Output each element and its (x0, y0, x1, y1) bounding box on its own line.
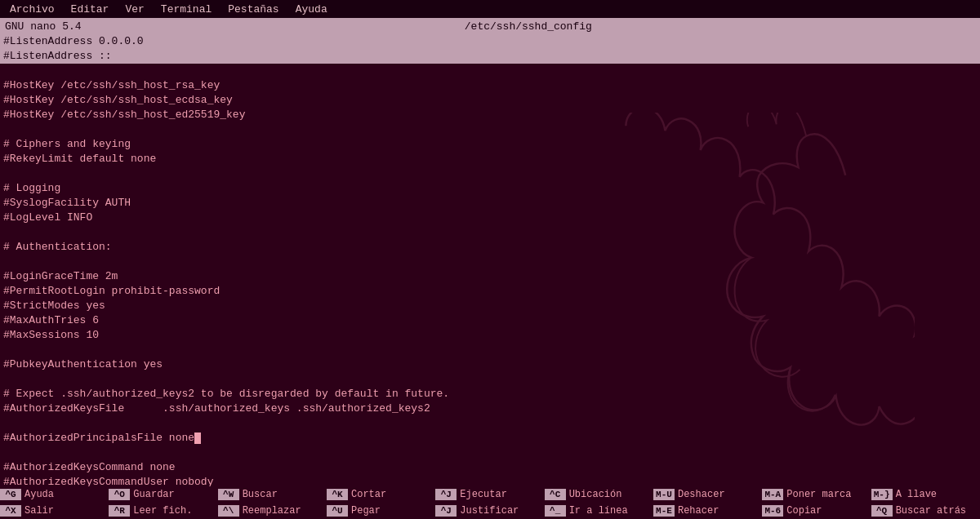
line-maxsessions: #MaxSessions 10 (3, 328, 977, 343)
shortcut-label-justificar: Justificar (457, 505, 519, 517)
line-authkeys-cmd: #AuthorizedKeysCommand none (3, 460, 977, 475)
shortcut-leer-fich[interactable]: ^R Leer fich. (109, 503, 217, 519)
shortcut-ayuda[interactable]: ^G Ayuda (0, 486, 109, 503)
shortcut-key-poner-marca: M-A (762, 489, 783, 500)
shortcut-key-leer-fich: ^R (109, 505, 130, 517)
shortcut-label-reemplazar: Reemplazar (239, 505, 301, 517)
shortcut-key-ubicacion: ^C (545, 489, 566, 500)
shortcut-label-poner-marca: Poner marca (783, 489, 851, 500)
shortcut-key-guardar: ^O (109, 489, 130, 500)
line-authkeys-cmduser: #AuthorizedKeysCommandUser nobody (3, 475, 977, 486)
line-loglevel: #LogLevel INFO (3, 211, 977, 225)
shortcut-label-buscar: Buscar (239, 489, 278, 500)
menu-editar[interactable]: Editar (65, 2, 116, 16)
shortcut-label-rehacer: Rehacer (675, 505, 719, 517)
menu-pestanas[interactable]: Pestañas (221, 2, 285, 16)
shortcut-key-copiar: M-6 (762, 505, 783, 517)
line-auth-comment: # Authentication: (3, 240, 977, 255)
shortcut-justificar[interactable]: ^J Justificar (435, 503, 544, 519)
line-logingraceime: #LoginGraceTime 2m (3, 269, 977, 284)
shortcut-key-deshacer: M-U (653, 489, 675, 500)
title-bar: GNU nano 5.4 /etc/ssh/sshd_config (0, 18, 980, 34)
line-syslog: #SyslogFacility AUTH (3, 196, 977, 211)
shortcut-key-ir-a-linea: ^_ (545, 505, 566, 517)
listen-address-2: #ListenAddress :: (3, 49, 977, 64)
shortcut-key-a-llave: M-} (871, 489, 893, 500)
shortcuts-bar: ^G Ayuda ^O Guardar ^W Buscar ^K Cortar … (0, 486, 980, 519)
line-ciphers-comment: # Ciphers and keying (3, 137, 977, 152)
shortcut-ejecutar[interactable]: ^J Ejecutar (435, 486, 544, 503)
shortcut-buscar[interactable]: ^W Buscar (218, 486, 327, 503)
line-rekeylimit: #RekeyLimit default none (3, 152, 977, 166)
line-blank-3 (3, 166, 977, 181)
shortcut-ir-a-linea[interactable]: ^_ Ir a línea (545, 503, 653, 519)
highlighted-lines: #ListenAddress 0.0.0.0 #ListenAddress :: (0, 34, 980, 64)
shortcut-deshacer[interactable]: M-U Deshacer (653, 486, 762, 503)
shortcut-label-copiar: Copiar (783, 505, 822, 517)
shortcut-rehacer[interactable]: M-E Rehacer (653, 503, 762, 519)
line-pubkeyauth: #PubkeyAuthentication yes (3, 357, 977, 372)
menu-ver[interactable]: Ver (118, 2, 150, 16)
editor-lines: #HostKey /etc/ssh/ssh_host_rsa_key #Host… (3, 64, 977, 486)
menu-terminal[interactable]: Terminal (154, 2, 218, 16)
shortcut-label-cortar: Cortar (348, 489, 386, 500)
shortcut-cortar[interactable]: ^K Cortar (327, 486, 435, 503)
shortcut-label-ejecutar: Ejecutar (457, 489, 507, 500)
line-permitrootlogin: #PermitRootLogin prohibit-password (3, 284, 977, 299)
shortcut-pegar[interactable]: ^U Pegar (327, 503, 435, 519)
shortcut-buscar-atras[interactable]: ^Q Buscar atrás (871, 503, 980, 519)
shortcut-label-a-llave: A llave (893, 489, 937, 500)
shortcut-label-ayuda: Ayuda (21, 489, 54, 500)
line-logging-comment: # Logging (3, 181, 977, 196)
shortcut-reemplazar[interactable]: ^\ Reemplazar (218, 503, 327, 519)
file-path: /etc/ssh/sshd_config (82, 20, 975, 33)
line-authprincipals: #AuthorizedPrincipalsFile none (3, 431, 977, 446)
shortcut-key-buscar-atras: ^Q (871, 505, 893, 517)
shortcut-row-1: ^G Ayuda ^O Guardar ^W Buscar ^K Cortar … (0, 486, 980, 503)
line-blank-1 (3, 64, 977, 78)
listen-address-1: #ListenAddress 0.0.0.0 (3, 34, 977, 49)
line-blank-2 (3, 122, 977, 137)
line-expect-comment: # Expect .ssh/authorized_keys2 to be dis… (3, 387, 977, 401)
line-blank-9 (3, 446, 977, 460)
shortcut-key-ejecutar: ^J (435, 489, 457, 500)
shortcut-ubicacion[interactable]: ^C Ubicación (545, 486, 653, 503)
line-hostkey-ed: #HostKey /etc/ssh/ssh_host_ed25519_key (3, 108, 977, 122)
shortcut-row-2: ^X Salir ^R Leer fich. ^\ Reemplazar ^U … (0, 503, 980, 519)
shortcut-guardar[interactable]: ^O Guardar (109, 486, 217, 503)
line-hostkey-ecdsa: #HostKey /etc/ssh/ssh_host_ecdsa_key (3, 93, 977, 108)
line-blank-8 (3, 416, 977, 431)
line-blank-4 (3, 225, 977, 240)
shortcut-key-ayuda: ^G (0, 489, 21, 500)
shortcut-label-ir-a-linea: Ir a línea (566, 505, 628, 517)
shortcut-a-llave[interactable]: M-} A llave (871, 486, 980, 503)
shortcut-label-guardar: Guardar (130, 489, 174, 500)
line-strictmodes: #StrictModes yes (3, 299, 977, 313)
shortcut-key-buscar: ^W (218, 489, 239, 500)
shortcut-key-justificar: ^J (435, 505, 457, 517)
menu-archivo[interactable]: Archivo (3, 2, 61, 16)
line-maxauthtries: #MaxAuthTries 6 (3, 313, 977, 328)
shortcut-key-reemplazar: ^\ (218, 505, 239, 517)
shortcut-label-salir: Salir (21, 505, 54, 517)
menu-bar: Archivo Editar Ver Terminal Pestañas Ayu… (0, 0, 980, 18)
shortcut-key-cortar: ^K (327, 489, 348, 500)
shortcut-poner-marca[interactable]: M-A Poner marca (762, 486, 871, 503)
shortcut-label-ubicacion: Ubicación (566, 489, 622, 500)
shortcut-label-pegar: Pegar (348, 505, 381, 517)
text-cursor (194, 432, 201, 444)
editor-area[interactable]: #HostKey /etc/ssh/ssh_host_rsa_key #Host… (0, 64, 980, 486)
line-blank-7 (3, 372, 977, 387)
shortcut-salir[interactable]: ^X Salir (0, 503, 109, 519)
shortcut-copiar[interactable]: M-6 Copiar (762, 503, 871, 519)
nano-version: GNU nano 5.4 (5, 20, 82, 33)
line-blank-6 (3, 343, 977, 357)
shortcut-label-leer-fich: Leer fich. (130, 505, 192, 517)
line-hostkey-rsa: #HostKey /etc/ssh/ssh_host_rsa_key (3, 78, 977, 93)
menu-ayuda[interactable]: Ayuda (289, 2, 334, 16)
shortcut-key-pegar: ^U (327, 505, 348, 517)
line-authkeys-file: #AuthorizedKeysFile .ssh/authorized_keys… (3, 401, 977, 416)
line-blank-5 (3, 255, 977, 269)
shortcut-key-salir: ^X (0, 505, 21, 517)
shortcut-label-deshacer: Deshacer (675, 489, 725, 500)
